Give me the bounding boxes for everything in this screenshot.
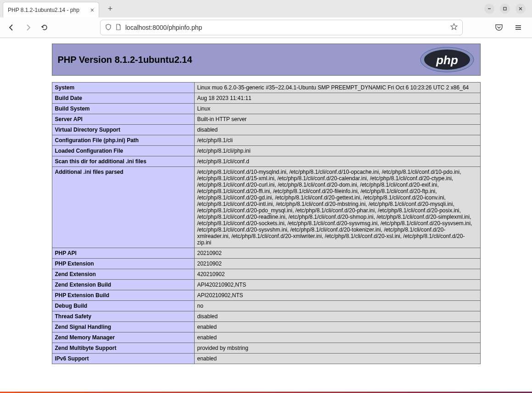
config-label: Debug Build <box>52 301 194 311</box>
close-tab-icon[interactable]: × <box>90 6 94 14</box>
table-row: Zend Extension420210902 <box>52 269 480 280</box>
table-row: Virtual Directory Supportdisabled <box>52 125 480 135</box>
table-row: SystemLinux muo 6.2.0-35-generic #35~22.… <box>52 83 480 93</box>
config-label: Build Date <box>52 93 194 104</box>
browser-tab[interactable]: PHP 8.1.2-1ubuntu2.14 - php × <box>3 2 99 17</box>
phpinfo-container: PHP Version 8.1.2-1ubuntu2.14 php System… <box>52 44 481 364</box>
forward-button[interactable] <box>21 21 35 34</box>
table-row: Zend Multibyte Supportprovided by mbstri… <box>52 343 480 354</box>
back-button[interactable] <box>5 21 18 34</box>
url-text: localhost:8000/phpinfo.php <box>125 24 447 31</box>
config-label: PHP Extension <box>52 259 194 269</box>
config-value: 20210902 <box>194 259 480 269</box>
table-row: PHP Extension20210902 <box>52 259 480 269</box>
config-label: Loaded Configuration File <box>52 146 194 156</box>
table-row: Scan this dir for additional .ini files/… <box>52 156 480 167</box>
page-title: PHP Version 8.1.2-1ubuntu2.14 <box>58 55 192 65</box>
maximize-button[interactable] <box>500 4 510 14</box>
config-label: Zend Extension <box>52 269 194 280</box>
config-label: Zend Multibyte Support <box>52 343 194 354</box>
config-label: Additional .ini files parsed <box>52 167 194 248</box>
config-value: provided by mbstring <box>194 343 480 354</box>
config-value: 420210902 <box>194 269 480 280</box>
php-header: PHP Version 8.1.2-1ubuntu2.14 php <box>52 44 481 76</box>
config-value: 20210902 <box>194 248 480 259</box>
config-value: Built-in HTTP server <box>194 114 480 125</box>
table-row: Build SystemLinux <box>52 104 480 114</box>
page-icon <box>115 24 122 32</box>
config-value: Aug 18 2023 11:41:11 <box>194 93 480 104</box>
config-value: disabled <box>194 311 480 322</box>
config-label: Zend Memory Manager <box>52 332 194 343</box>
toolbar-right <box>493 21 527 34</box>
config-value: API20210902,NTS <box>194 290 480 301</box>
config-label: Thread Safety <box>52 311 194 322</box>
tab-bar: PHP 8.1.2-1ubuntu2.14 - php × + <box>0 0 532 17</box>
table-row: Debug Buildno <box>52 301 480 311</box>
table-row: Additional .ini files parsed/etc/php/8.1… <box>52 167 480 248</box>
shield-icon[interactable] <box>105 24 112 32</box>
phpinfo-table: SystemLinux muo 6.2.0-35-generic #35~22.… <box>52 82 481 364</box>
config-value: disabled <box>194 125 480 135</box>
config-value: no <box>194 301 480 311</box>
config-label: IPv6 Support <box>52 354 194 364</box>
pocket-icon[interactable] <box>493 21 505 34</box>
table-row: Build DateAug 18 2023 11:41:11 <box>52 93 480 104</box>
config-value: /etc/php/8.1/cli/php.ini <box>194 146 480 156</box>
table-row: PHP API20210902 <box>52 248 480 259</box>
svg-text:php: php <box>436 53 458 67</box>
table-row: Loaded Configuration File/etc/php/8.1/cl… <box>52 146 480 156</box>
new-tab-button[interactable]: + <box>104 2 117 15</box>
config-value: Linux muo 6.2.0-35-generic #35~22.04.1-U… <box>194 83 480 93</box>
config-value: /etc/php/8.1/cli/conf.d <box>194 156 480 167</box>
tab-title: PHP 8.1.2-1ubuntu2.14 - php <box>8 7 88 13</box>
table-row: Zend Memory Managerenabled <box>52 332 480 343</box>
config-label: Scan this dir for additional .ini files <box>52 156 194 167</box>
table-row: PHP Extension BuildAPI20210902,NTS <box>52 290 480 301</box>
bookmark-star-icon[interactable] <box>450 23 458 32</box>
php-logo-icon: php <box>420 47 475 72</box>
config-value: /etc/php/8.1/cli/conf.d/10-mysqlnd.ini, … <box>194 167 480 248</box>
svg-rect-1 <box>504 7 506 10</box>
config-value: enabled <box>194 332 480 343</box>
minimize-button[interactable] <box>484 4 494 14</box>
config-label: Server API <box>52 114 194 125</box>
config-label: Configuration File (php.ini) Path <box>52 135 194 146</box>
config-label: Zend Extension Build <box>52 280 194 290</box>
table-row: Server APIBuilt-in HTTP server <box>52 114 480 125</box>
config-label: PHP Extension Build <box>52 290 194 301</box>
config-value: enabled <box>194 322 480 332</box>
url-bar[interactable]: localhost:8000/phpinfo.php <box>100 20 463 35</box>
table-row: IPv6 Supportenabled <box>52 354 480 364</box>
config-label: Build System <box>52 104 194 114</box>
hamburger-menu-icon[interactable] <box>512 21 525 34</box>
config-label: System <box>52 83 194 93</box>
close-window-button[interactable] <box>515 4 526 14</box>
config-value: Linux <box>194 104 480 114</box>
config-label: PHP API <box>52 248 194 259</box>
table-row: Zend Signal Handlingenabled <box>52 322 480 332</box>
config-value: enabled <box>194 354 480 364</box>
config-value: API420210902,NTS <box>194 280 480 290</box>
toolbar: localhost:8000/phpinfo.php <box>0 17 532 38</box>
window-controls <box>484 4 529 14</box>
page-content[interactable]: PHP Version 8.1.2-1ubuntu2.14 php System… <box>0 38 532 393</box>
table-row: Configuration File (php.ini) Path/etc/ph… <box>52 135 480 146</box>
config-label: Zend Signal Handling <box>52 322 194 332</box>
table-row: Thread Safetydisabled <box>52 311 480 322</box>
config-value: /etc/php/8.1/cli <box>194 135 480 146</box>
config-label: Virtual Directory Support <box>52 125 194 135</box>
reload-button[interactable] <box>38 21 51 34</box>
browser-chrome: PHP 8.1.2-1ubuntu2.14 - php × + <box>0 0 532 38</box>
table-row: Zend Extension BuildAPI420210902,NTS <box>52 280 480 290</box>
